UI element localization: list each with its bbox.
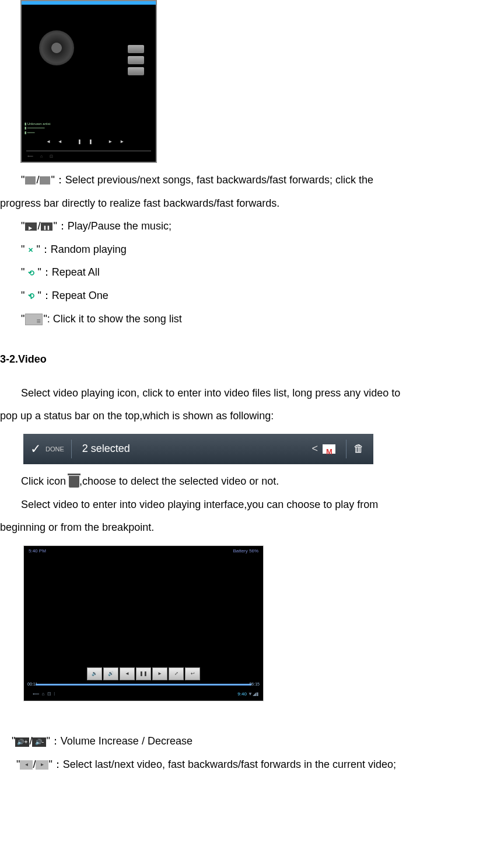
prev-next-cont: progress bar directly to realize fast ba… (0, 192, 504, 215)
song-list-description: "": Click it to show the song list (0, 308, 504, 331)
music-player-screenshot: ▮ Unknown artist ▮ ═══════ ▮ ═══ ◄◄ ❚❚ ►… (20, 0, 157, 163)
video-intro-1: Select video playing icon, click to ente… (0, 382, 504, 405)
trash-icon: 🗑 (354, 437, 364, 461)
music-controls: ◄◄ ❚❚ ►► (22, 137, 156, 147)
video-next-icon: ► (36, 760, 48, 770)
video-play-1: Select video to enter into video playing… (0, 493, 504, 517)
video-intro-2: pop up a status bar on the top,which is … (0, 405, 504, 428)
check-icon: ✓ (30, 435, 41, 463)
volume-down-icon: 🔊- (32, 737, 46, 747)
video-section-heading: 3-2.Video (0, 348, 504, 371)
repeat-all-icon: ⟲ (25, 269, 37, 277)
video-time-tl: 5:40 PM (29, 546, 46, 554)
trash-description: Click icon ,choose to delect the selecte… (0, 470, 504, 493)
trash-inline-icon (69, 476, 79, 488)
selection-count: 2 selected (82, 437, 312, 461)
video-controls: 🔉 🔊 ◄ ❚❚ ► ⤢ ↩ (87, 667, 200, 680)
video-play-2: beginning or from the breakpoint. (0, 516, 504, 540)
track-info: ▮ Unknown artist ▮ ═══════ ▮ ═══ (24, 122, 50, 135)
previous-icon (25, 176, 36, 185)
video-nav-description: "◄/►"：Select last/next video, fast backw… (0, 753, 504, 777)
repeat-all-description: "⟲"：Repeat All (0, 261, 504, 284)
play-pause-description: "/"：Play/Pause the music; (0, 215, 504, 238)
next-icon (40, 176, 50, 185)
video-battery: Battery 56% (233, 546, 258, 554)
video-player-screenshot: 5:40 PM Battery 56% 🔉 🔊 ◄ ❚❚ ► ⤢ ↩ 00:11… (23, 545, 264, 701)
play-icon (25, 222, 37, 231)
volume-description: "🔊+/🔊-"：Volume Increase / Decrease (0, 730, 504, 753)
share-icon: < (312, 437, 318, 461)
pause-icon (41, 222, 52, 231)
shuffle-icon: ✕ (25, 246, 36, 254)
done-label: DONE (46, 442, 64, 456)
repeat-one-icon: ⟲ (25, 292, 37, 300)
repeat-one-description: "⟲"：Repeat One (0, 284, 504, 308)
prev-next-description: "/"：Select previous/next songs, fast bac… (0, 169, 504, 192)
gmail-icon (323, 444, 335, 454)
volume-up-icon: 🔊+ (15, 737, 29, 747)
random-description: "✕"：Random playing (0, 238, 504, 262)
selection-status-bar: ✓ DONE 2 selected < 🗑 (23, 434, 373, 464)
video-prev-icon: ◄ (20, 760, 33, 770)
list-icon (25, 314, 43, 325)
album-art-disc (39, 30, 74, 65)
